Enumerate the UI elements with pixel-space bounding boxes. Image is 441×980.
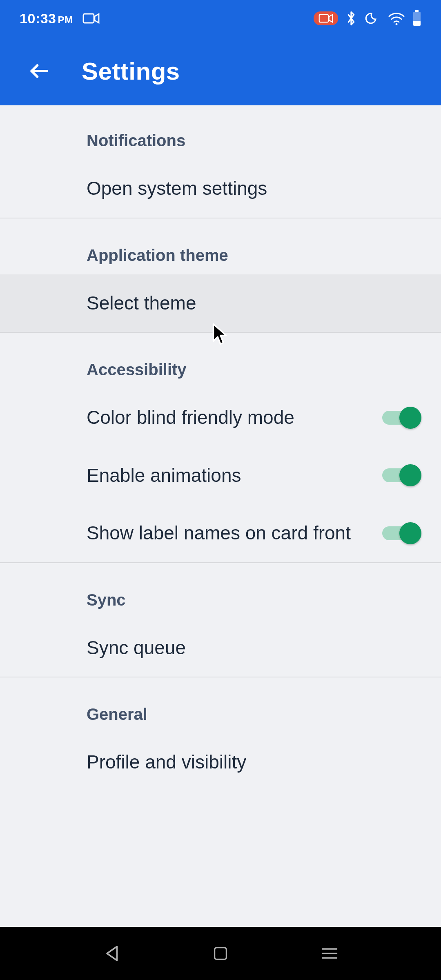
svg-rect-0: [83, 14, 94, 23]
toggle-thumb: [399, 464, 421, 486]
settings-list: Notifications Open system settings Appli…: [0, 105, 441, 791]
status-left: 10:33PM: [20, 11, 100, 27]
section-header-theme: Application theme: [0, 218, 441, 274]
arrow-left-icon: [28, 60, 51, 82]
bluetooth-icon: [345, 10, 357, 27]
row-label: Show label names on card front: [87, 521, 351, 545]
record-indicator-pill: [314, 11, 338, 25]
row-color-blind-mode[interactable]: Color blind friendly mode: [0, 389, 441, 447]
row-label: Open system settings: [87, 177, 267, 200]
nav-back-button[interactable]: [91, 941, 132, 966]
status-bar: 10:33PM: [0, 0, 441, 37]
status-time: 10:33PM: [20, 11, 73, 27]
row-open-system-settings[interactable]: Open system settings: [0, 160, 441, 218]
row-label: Profile and visibility: [87, 751, 246, 774]
nav-home-button[interactable]: [200, 941, 241, 966]
system-nav-bar: [0, 927, 441, 980]
row-label: Enable animations: [87, 464, 241, 488]
row-label: Color blind friendly mode: [87, 406, 294, 430]
row-show-label-names[interactable]: Show label names on card front: [0, 504, 441, 562]
nav-recents-button[interactable]: [309, 941, 350, 966]
status-time-ampm: PM: [58, 14, 73, 25]
svg-rect-3: [415, 10, 419, 12]
svg-rect-5: [413, 21, 421, 26]
svg-point-2: [396, 23, 398, 25]
row-profile-visibility[interactable]: Profile and visibility: [0, 733, 441, 791]
status-time-value: 10:33: [20, 11, 56, 26]
svg-rect-6: [215, 948, 227, 960]
row-label: Sync queue: [87, 636, 186, 660]
toggle-color-blind[interactable]: [382, 407, 421, 429]
page-title: Settings: [82, 57, 180, 85]
wifi-icon: [388, 11, 405, 25]
row-enable-animations[interactable]: Enable animations: [0, 447, 441, 505]
toggle-thumb: [399, 522, 421, 544]
row-select-theme[interactable]: Select theme: [0, 274, 441, 332]
do-not-disturb-icon: [364, 10, 381, 27]
screen-record-status-icon: [82, 12, 100, 24]
toggle-show-label-names[interactable]: [382, 522, 421, 544]
section-header-sync: Sync: [0, 563, 441, 619]
section-header-accessibility: Accessibility: [0, 333, 441, 389]
toggle-thumb: [399, 407, 421, 429]
section-header-general: General: [0, 677, 441, 733]
battery-icon: [412, 10, 421, 27]
row-sync-queue[interactable]: Sync queue: [0, 619, 441, 677]
section-header-notifications: Notifications: [0, 105, 441, 160]
status-right: [314, 10, 421, 27]
row-label: Select theme: [87, 292, 196, 315]
svg-rect-1: [319, 15, 328, 22]
app-bar: Settings: [0, 37, 441, 105]
back-button[interactable]: [23, 55, 56, 87]
toggle-enable-animations[interactable]: [382, 464, 421, 486]
